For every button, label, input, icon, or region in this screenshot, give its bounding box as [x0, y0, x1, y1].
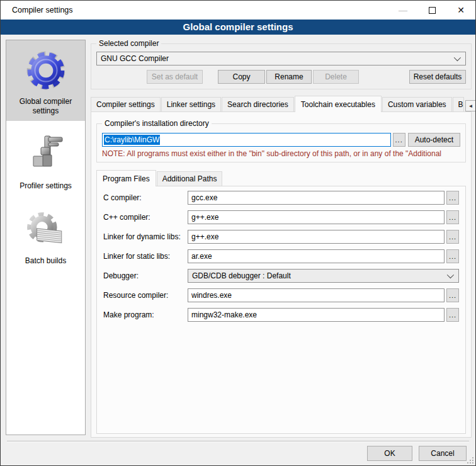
tab-scroll-buttons: ◄ ►	[465, 100, 476, 111]
tab-linker-settings[interactable]: Linker settings	[161, 97, 221, 111]
debugger-value: GDB/CDB debugger : Default	[192, 271, 447, 280]
cpp-compiler-label: C++ compiler:	[103, 213, 188, 222]
debugger-label: Debugger:	[103, 271, 188, 280]
close-icon: ✕	[457, 5, 465, 15]
bin-subdirectory-note: NOTE: All programs must exist either in …	[102, 149, 460, 158]
cpp-compiler-browse-button[interactable]: ...	[446, 210, 459, 224]
caption-buttons: — ✕	[388, 1, 475, 20]
c-compiler-row: C compiler: ...	[103, 191, 459, 205]
installation-directory-group-label: Compiler's installation directory	[102, 119, 212, 128]
close-button[interactable]: ✕	[446, 1, 475, 20]
tab-search-directories[interactable]: Search directories	[222, 97, 294, 111]
linker-static-input[interactable]	[188, 249, 445, 263]
resource-compiler-browse-button[interactable]: ...	[446, 288, 459, 302]
linker-dynamic-row: Linker for dynamic libs: ...	[103, 230, 459, 244]
installation-directory-group: Compiler's installation directory C:\ray…	[96, 123, 466, 162]
make-program-input[interactable]	[188, 308, 445, 322]
resource-compiler-input[interactable]	[188, 288, 445, 302]
c-compiler-input[interactable]	[188, 191, 445, 205]
installation-directory-value: C:\raylib\MinGW	[104, 135, 160, 145]
c-compiler-browse-button[interactable]: ...	[446, 191, 459, 205]
c-compiler-label: C compiler:	[103, 193, 188, 202]
maximize-button[interactable]	[417, 1, 446, 20]
tab-custom-variables[interactable]: Custom variables	[382, 97, 452, 111]
cancel-button[interactable]: Cancel	[419, 446, 467, 461]
compiler-settings-window: Compiler settings — ✕ Global compiler se…	[0, 0, 476, 466]
copy-button[interactable]: Copy	[218, 70, 265, 84]
sidebar-item-label: Profiler settings	[9, 181, 82, 191]
make-program-row: Make program: ...	[103, 308, 459, 322]
tab-program-files[interactable]: Program Files	[96, 170, 156, 186]
reset-defaults-button[interactable]: Reset defaults	[409, 70, 466, 84]
sidebar-item-label: Global compiler settings	[9, 97, 82, 116]
maximize-icon	[429, 7, 436, 14]
minimize-button[interactable]: —	[388, 1, 417, 20]
cpp-compiler-row: C++ compiler: ...	[103, 210, 459, 224]
cpp-compiler-input[interactable]	[188, 210, 445, 224]
linker-static-row: Linker for static libs: ...	[103, 249, 459, 263]
sidebar-item-batch-builds[interactable]: Batch builds	[6, 200, 85, 271]
resource-compiler-label: Resource compiler:	[103, 291, 188, 300]
chevron-down-icon	[454, 54, 461, 61]
selected-compiler-group-label: Selected compiler	[96, 39, 161, 48]
selected-compiler-value: GNU GCC Compiler	[101, 54, 454, 63]
dialog-body: Global compiler settings	[1, 35, 475, 465]
linker-dynamic-label: Linker for dynamic libs:	[103, 232, 188, 241]
left-arrow-icon: ◄	[468, 103, 473, 109]
browse-directory-button[interactable]: ...	[393, 133, 405, 147]
delete-button[interactable]: Delete	[313, 70, 359, 84]
selected-compiler-dropdown[interactable]: GNU GCC Compiler	[96, 52, 466, 65]
debugger-row: Debugger: GDB/CDB debugger : Default	[103, 269, 459, 283]
ok-button[interactable]: OK	[367, 446, 412, 461]
resource-compiler-row: Resource compiler: ...	[103, 288, 459, 302]
minimize-icon: —	[399, 8, 407, 13]
footer-buttons: OK Cancel	[367, 446, 467, 461]
batch-gear-icon	[9, 206, 82, 254]
compiler-buttons-row: Set as default Copy Rename Delete Reset …	[96, 70, 466, 84]
program-files-tab-strip: Program Files Additional Paths	[96, 170, 466, 186]
selected-compiler-group: Selected compiler GNU GCC Compiler Set a…	[91, 43, 472, 89]
rename-button[interactable]: Rename	[266, 70, 312, 84]
blue-gear-icon	[9, 47, 82, 94]
chevron-down-icon	[447, 271, 454, 278]
tab-scroll-left-button[interactable]: ◄	[465, 100, 476, 111]
title-bar: Compiler settings — ✕	[1, 1, 475, 20]
settings-tab-strip: Compiler settings Linker settings Search…	[91, 96, 472, 111]
tab-toolchain-executables[interactable]: Toolchain executables	[295, 96, 382, 112]
tab-build-options[interactable]: Build	[453, 97, 464, 111]
set-as-default-button[interactable]: Set as default	[147, 70, 203, 84]
tab-compiler-settings[interactable]: Compiler settings	[91, 97, 161, 111]
main-panel: Selected compiler GNU GCC Compiler Set a…	[91, 38, 472, 438]
window-title: Compiler settings	[1, 6, 73, 14]
footer-divider	[7, 441, 469, 442]
auto-detect-button[interactable]: Auto-detect	[408, 133, 460, 147]
program-files-panel: C compiler: ... C++ compiler: ... Linker…	[96, 186, 466, 434]
resize-grip[interactable]	[467, 457, 473, 463]
sidebar-item-label: Batch builds	[9, 256, 82, 266]
settings-category-list: Global compiler settings	[6, 40, 86, 435]
debugger-dropdown[interactable]: GDB/CDB debugger : Default	[188, 269, 459, 283]
linker-dynamic-browse-button[interactable]: ...	[446, 230, 459, 244]
installation-directory-input[interactable]: C:\raylib\MinGW	[102, 133, 391, 147]
toolchain-executables-page: Compiler's installation directory C:\ray…	[91, 111, 472, 438]
linker-static-label: Linker for static libs:	[103, 252, 188, 261]
installation-directory-row: C:\raylib\MinGW ... Auto-detect	[102, 133, 460, 147]
linker-dynamic-input[interactable]	[188, 230, 445, 244]
sidebar-item-global-compiler-settings[interactable]: Global compiler settings	[6, 40, 85, 121]
linker-static-browse-button[interactable]: ...	[446, 249, 459, 263]
sidebar-item-profiler-settings[interactable]: Profiler settings	[6, 125, 85, 196]
caliper-icon	[9, 131, 82, 179]
page-title: Global compiler settings	[1, 20, 475, 35]
make-program-label: Make program:	[103, 310, 188, 319]
tab-additional-paths[interactable]: Additional Paths	[157, 171, 223, 186]
make-program-browse-button[interactable]: ...	[446, 308, 459, 322]
